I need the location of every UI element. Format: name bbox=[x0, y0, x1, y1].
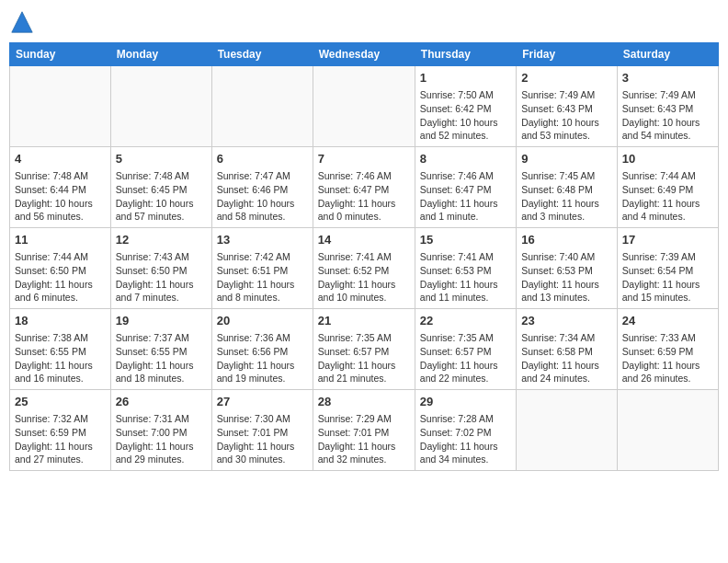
calendar-day-cell: 24Sunrise: 7:33 AMSunset: 6:59 PMDayligh… bbox=[617, 309, 718, 390]
day-number: 19 bbox=[116, 313, 207, 329]
calendar-day-cell: 3Sunrise: 7:49 AMSunset: 6:43 PMDaylight… bbox=[617, 66, 718, 147]
calendar-header-row: SundayMondayTuesdayWednesdayThursdayFrid… bbox=[10, 43, 719, 66]
day-number: 2 bbox=[521, 70, 612, 86]
page-header bbox=[9, 9, 719, 35]
day-number: 4 bbox=[15, 151, 106, 167]
day-of-week-header: Friday bbox=[517, 43, 618, 66]
day-number: 6 bbox=[217, 151, 308, 167]
day-info: Sunrise: 7:48 AMSunset: 6:45 PMDaylight:… bbox=[116, 169, 207, 224]
day-number: 17 bbox=[622, 232, 713, 248]
day-number: 18 bbox=[15, 313, 106, 329]
calendar-day-cell: 26Sunrise: 7:31 AMSunset: 7:00 PMDayligh… bbox=[110, 390, 211, 471]
calendar-day-cell: 4Sunrise: 7:48 AMSunset: 6:44 PMDaylight… bbox=[10, 147, 111, 228]
day-number: 27 bbox=[217, 394, 308, 410]
day-number: 13 bbox=[217, 232, 308, 248]
calendar-week-row: 25Sunrise: 7:32 AMSunset: 6:59 PMDayligh… bbox=[10, 390, 719, 471]
day-info: Sunrise: 7:33 AMSunset: 6:59 PMDaylight:… bbox=[622, 331, 713, 385]
day-info: Sunrise: 7:35 AMSunset: 6:57 PMDaylight:… bbox=[318, 331, 410, 385]
calendar-day-cell: 7Sunrise: 7:46 AMSunset: 6:47 PMDaylight… bbox=[313, 147, 415, 228]
day-info: Sunrise: 7:36 AMSunset: 6:56 PMDaylight:… bbox=[217, 331, 308, 385]
day-number: 23 bbox=[521, 313, 612, 329]
calendar-day-cell: 14Sunrise: 7:41 AMSunset: 6:52 PMDayligh… bbox=[313, 228, 415, 309]
day-info: Sunrise: 7:49 AMSunset: 6:43 PMDaylight:… bbox=[521, 88, 612, 143]
calendar-week-row: 4Sunrise: 7:48 AMSunset: 6:44 PMDaylight… bbox=[10, 147, 719, 228]
day-number: 22 bbox=[420, 313, 511, 329]
calendar-day-cell: 25Sunrise: 7:32 AMSunset: 6:59 PMDayligh… bbox=[10, 390, 111, 471]
calendar-table: SundayMondayTuesdayWednesdayThursdayFrid… bbox=[9, 42, 719, 471]
calendar-day-cell: 20Sunrise: 7:36 AMSunset: 6:56 PMDayligh… bbox=[211, 309, 313, 390]
day-info: Sunrise: 7:31 AMSunset: 7:00 PMDaylight:… bbox=[116, 412, 207, 466]
calendar-day-cell: 12Sunrise: 7:43 AMSunset: 6:50 PMDayligh… bbox=[110, 228, 211, 309]
day-number: 26 bbox=[116, 394, 207, 410]
day-info: Sunrise: 7:38 AMSunset: 6:55 PMDaylight:… bbox=[15, 331, 106, 385]
day-of-week-header: Saturday bbox=[617, 43, 718, 66]
day-number: 14 bbox=[318, 232, 410, 248]
day-number: 28 bbox=[318, 394, 410, 410]
logo-icon bbox=[9, 9, 35, 35]
day-info: Sunrise: 7:41 AMSunset: 6:52 PMDaylight:… bbox=[318, 250, 410, 304]
day-info: Sunrise: 7:39 AMSunset: 6:54 PMDaylight:… bbox=[622, 250, 713, 304]
calendar-day-cell: 27Sunrise: 7:30 AMSunset: 7:01 PMDayligh… bbox=[211, 390, 313, 471]
day-info: Sunrise: 7:28 AMSunset: 7:02 PMDaylight:… bbox=[420, 412, 511, 466]
day-info: Sunrise: 7:50 AMSunset: 6:42 PMDaylight:… bbox=[420, 88, 511, 143]
day-info: Sunrise: 7:37 AMSunset: 6:55 PMDaylight:… bbox=[116, 331, 207, 385]
day-number: 21 bbox=[318, 313, 410, 329]
day-info: Sunrise: 7:46 AMSunset: 6:47 PMDaylight:… bbox=[318, 169, 410, 224]
day-info: Sunrise: 7:41 AMSunset: 6:53 PMDaylight:… bbox=[420, 250, 511, 304]
day-number: 29 bbox=[420, 394, 511, 410]
day-of-week-header: Thursday bbox=[415, 43, 516, 66]
calendar-day-cell: 23Sunrise: 7:34 AMSunset: 6:58 PMDayligh… bbox=[517, 309, 618, 390]
day-info: Sunrise: 7:29 AMSunset: 7:01 PMDaylight:… bbox=[318, 412, 410, 466]
day-number: 24 bbox=[622, 313, 713, 329]
day-number: 1 bbox=[420, 70, 511, 86]
day-number: 16 bbox=[521, 232, 612, 248]
day-info: Sunrise: 7:35 AMSunset: 6:57 PMDaylight:… bbox=[420, 331, 511, 385]
calendar-day-cell: 6Sunrise: 7:47 AMSunset: 6:46 PMDaylight… bbox=[211, 147, 313, 228]
day-info: Sunrise: 7:45 AMSunset: 6:48 PMDaylight:… bbox=[521, 169, 612, 224]
calendar-day-cell bbox=[10, 66, 111, 147]
calendar-day-cell: 15Sunrise: 7:41 AMSunset: 6:53 PMDayligh… bbox=[415, 228, 516, 309]
calendar-day-cell: 11Sunrise: 7:44 AMSunset: 6:50 PMDayligh… bbox=[10, 228, 111, 309]
day-of-week-header: Tuesday bbox=[211, 43, 313, 66]
day-info: Sunrise: 7:47 AMSunset: 6:46 PMDaylight:… bbox=[217, 169, 308, 224]
day-of-week-header: Sunday bbox=[10, 43, 111, 66]
day-number: 20 bbox=[217, 313, 308, 329]
day-number: 10 bbox=[622, 151, 713, 167]
calendar-day-cell: 9Sunrise: 7:45 AMSunset: 6:48 PMDaylight… bbox=[517, 147, 618, 228]
calendar-day-cell: 2Sunrise: 7:49 AMSunset: 6:43 PMDaylight… bbox=[517, 66, 618, 147]
day-number: 5 bbox=[116, 151, 207, 167]
day-info: Sunrise: 7:44 AMSunset: 6:50 PMDaylight:… bbox=[15, 250, 106, 304]
day-number: 15 bbox=[420, 232, 511, 248]
day-info: Sunrise: 7:34 AMSunset: 6:58 PMDaylight:… bbox=[521, 331, 612, 385]
calendar-day-cell: 22Sunrise: 7:35 AMSunset: 6:57 PMDayligh… bbox=[415, 309, 516, 390]
calendar-week-row: 11Sunrise: 7:44 AMSunset: 6:50 PMDayligh… bbox=[10, 228, 719, 309]
day-info: Sunrise: 7:30 AMSunset: 7:01 PMDaylight:… bbox=[217, 412, 308, 466]
calendar-day-cell: 5Sunrise: 7:48 AMSunset: 6:45 PMDaylight… bbox=[110, 147, 211, 228]
day-info: Sunrise: 7:46 AMSunset: 6:47 PMDaylight:… bbox=[420, 169, 511, 224]
calendar-day-cell: 13Sunrise: 7:42 AMSunset: 6:51 PMDayligh… bbox=[211, 228, 313, 309]
day-of-week-header: Monday bbox=[110, 43, 211, 66]
calendar-day-cell bbox=[110, 66, 211, 147]
day-of-week-header: Wednesday bbox=[313, 43, 415, 66]
day-number: 8 bbox=[420, 151, 511, 167]
day-number: 7 bbox=[318, 151, 410, 167]
day-number: 9 bbox=[521, 151, 612, 167]
calendar-week-row: 1Sunrise: 7:50 AMSunset: 6:42 PMDaylight… bbox=[10, 66, 719, 147]
calendar-day-cell bbox=[617, 390, 718, 471]
day-info: Sunrise: 7:49 AMSunset: 6:43 PMDaylight:… bbox=[622, 88, 713, 143]
day-info: Sunrise: 7:40 AMSunset: 6:53 PMDaylight:… bbox=[521, 250, 612, 304]
calendar-day-cell: 19Sunrise: 7:37 AMSunset: 6:55 PMDayligh… bbox=[110, 309, 211, 390]
calendar-day-cell: 28Sunrise: 7:29 AMSunset: 7:01 PMDayligh… bbox=[313, 390, 415, 471]
logo bbox=[9, 9, 39, 35]
day-info: Sunrise: 7:48 AMSunset: 6:44 PMDaylight:… bbox=[15, 169, 106, 224]
calendar-day-cell: 8Sunrise: 7:46 AMSunset: 6:47 PMDaylight… bbox=[415, 147, 516, 228]
calendar-week-row: 18Sunrise: 7:38 AMSunset: 6:55 PMDayligh… bbox=[10, 309, 719, 390]
calendar-day-cell bbox=[313, 66, 415, 147]
calendar-day-cell: 18Sunrise: 7:38 AMSunset: 6:55 PMDayligh… bbox=[10, 309, 111, 390]
day-number: 3 bbox=[622, 70, 713, 86]
day-number: 25 bbox=[15, 394, 106, 410]
calendar-day-cell bbox=[211, 66, 313, 147]
day-info: Sunrise: 7:43 AMSunset: 6:50 PMDaylight:… bbox=[116, 250, 207, 304]
calendar-day-cell: 29Sunrise: 7:28 AMSunset: 7:02 PMDayligh… bbox=[415, 390, 516, 471]
calendar-day-cell: 21Sunrise: 7:35 AMSunset: 6:57 PMDayligh… bbox=[313, 309, 415, 390]
